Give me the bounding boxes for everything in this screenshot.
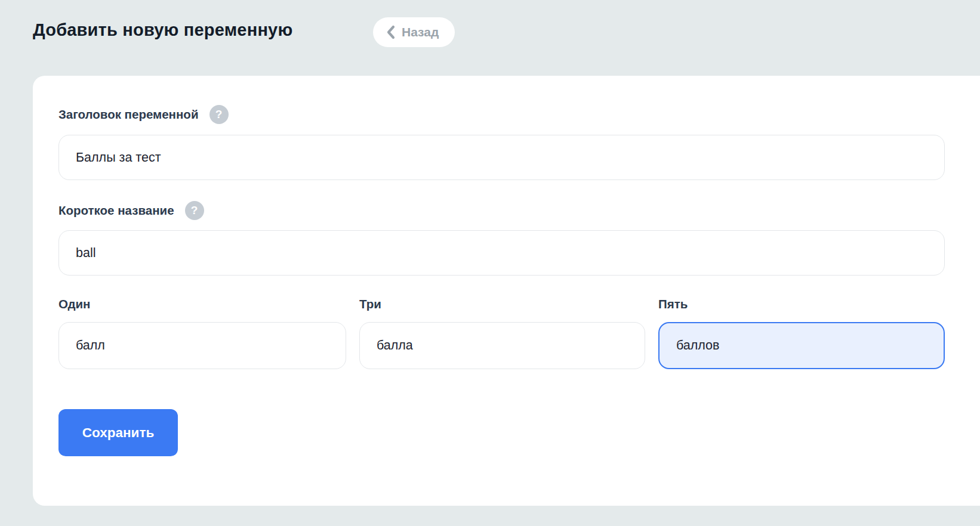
variable-title-label-row: Заголовок переменной ? [58, 105, 229, 124]
variable-title-input[interactable] [58, 135, 945, 180]
variable-title-label: Заголовок переменной [58, 107, 199, 122]
chevron-left-icon [386, 25, 395, 39]
plural-one-label: Один [58, 297, 90, 311]
plural-one-label-row: Один [58, 297, 90, 311]
short-name-label-row: Короткое название ? [58, 201, 204, 220]
add-variable-page: Добавить новую переменную Назад Заголово… [0, 0, 980, 526]
help-icon[interactable]: ? [209, 105, 229, 124]
short-name-input[interactable] [58, 230, 945, 276]
back-button-label: Назад [402, 25, 439, 39]
save-button[interactable]: Сохранить [58, 409, 178, 456]
plural-one-input[interactable] [58, 322, 346, 369]
help-icon[interactable]: ? [185, 201, 204, 220]
plural-five-label-row: Пять [658, 297, 688, 311]
form-card: Заголовок переменной ? Короткое название… [33, 76, 980, 506]
plural-three-input[interactable] [359, 322, 645, 369]
plural-three-label-row: Три [359, 297, 381, 311]
back-button[interactable]: Назад [373, 17, 455, 47]
short-name-label: Короткое название [58, 203, 174, 218]
page-title: Добавить новую переменную [33, 20, 292, 40]
plural-three-label: Три [359, 297, 381, 311]
plural-five-input[interactable] [658, 322, 945, 369]
plural-five-label: Пять [658, 297, 688, 311]
